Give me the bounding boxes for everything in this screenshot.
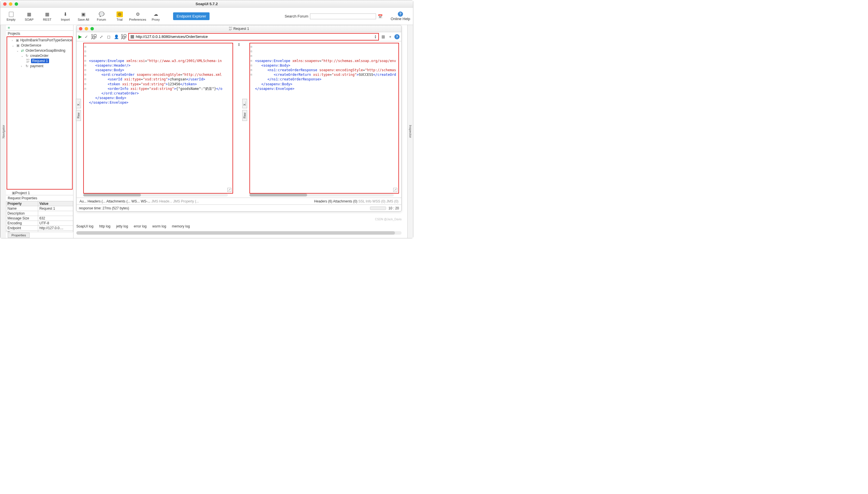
forum-button[interactable]: 💬Forum — [94, 12, 110, 21]
save-all-button[interactable]: ▣Save All — [76, 12, 91, 21]
main-toolbar: Empty ▦SOAP ▦REST ⬇Import ▣Save All 💬For… — [0, 8, 413, 25]
endpoint-stepper-icon[interactable]: ▲▼ — [374, 35, 377, 39]
soap-tool-icon[interactable]: SOAP — [91, 35, 97, 39]
properties-table[interactable]: PropertyValue NameRequest 1DescriptionMe… — [6, 201, 73, 232]
request-window-title: Request 1 — [233, 27, 249, 31]
status-text: response time: 27ms (527 bytes) — [79, 206, 129, 210]
response-tab[interactable]: SSL Info — [358, 199, 371, 203]
proxy-button[interactable]: ☁Proxy — [148, 12, 164, 21]
endpoint-url-box: ▲▼ — [128, 33, 379, 40]
properties-panel: Request Properties PropertyValue NameReq… — [6, 195, 73, 238]
content-hscroll[interactable] — [76, 231, 401, 235]
response-tab[interactable]: Attachments (0) — [333, 199, 357, 203]
request-hscroll[interactable] — [83, 194, 228, 196]
online-help-button[interactable]: ?Online Help — [391, 12, 410, 21]
response-tab[interactable]: JMS (0) — [386, 199, 398, 203]
response-pane: X... Raw ⊟⊟⊟⊟⊟⊟⊟ <soapenv:Envelope xmlns… — [243, 41, 401, 197]
cursor-position: 10 : 20 — [388, 206, 399, 210]
request-tab[interactable]: JMS Heade... — [151, 199, 172, 203]
soap-button[interactable]: ▦SOAP — [21, 12, 37, 21]
soap-badge-icon: SOAP — [229, 26, 232, 31]
tree-op-payment[interactable]: ›↻payment — [7, 63, 72, 69]
tree-op-createorder[interactable]: ⌄↻createOrder — [7, 53, 72, 58]
req-zoom-icon[interactable] — [91, 27, 94, 31]
properties-tab[interactable]: Properties — [8, 233, 29, 238]
tree-project1[interactable]: ▣Project 1 — [6, 191, 73, 195]
user-icon[interactable]: 👤 — [113, 35, 119, 39]
log-tab[interactable]: SoapUI log — [76, 224, 93, 228]
request-help-icon[interactable]: ? — [394, 34, 399, 39]
req-minimize-icon[interactable] — [85, 27, 88, 31]
table-row[interactable]: Message Size632 — [6, 216, 73, 221]
tree-binding[interactable]: ⌄⇄OrderServiceSoapBinding — [7, 48, 72, 53]
request-tab[interactable]: JMS Property (... — [173, 199, 199, 203]
trial-button[interactable]: ⊚Trial — [112, 12, 127, 21]
table-row[interactable]: EncodingUTF-8 — [6, 221, 73, 226]
tree-toggle-icon[interactable]: ≡ — [8, 25, 10, 30]
table-row[interactable]: NameRequest 1 — [6, 206, 73, 211]
endpoint-input[interactable] — [136, 35, 373, 39]
request-tab[interactable]: WS-... — [141, 199, 150, 203]
rest-button[interactable]: ▦REST — [39, 12, 55, 21]
add-icon[interactable]: ＋ — [388, 34, 393, 39]
tree-request1[interactable]: SOAPRequest 1 — [7, 58, 72, 63]
add-assertion-icon[interactable]: ✓ — [83, 35, 89, 39]
window-close-icon[interactable] — [3, 2, 6, 6]
response-zoom-icon[interactable]: ⤢ — [393, 188, 397, 192]
navigator-tab[interactable]: Navigator — [0, 25, 6, 238]
request-tab[interactable]: Au... — [79, 199, 87, 203]
response-hscroll[interactable] — [250, 194, 394, 196]
table-row[interactable]: Endpointhttp://127.0.0.... — [6, 226, 73, 231]
response-raw-tab[interactable]: Raw — [242, 110, 247, 121]
run-button[interactable]: ▶ — [78, 34, 82, 39]
endpoint-explorer-button[interactable]: Endpoint Explorer — [173, 12, 210, 20]
response-xml-tab[interactable]: X... — [242, 99, 247, 108]
search-forum-input[interactable] — [310, 14, 376, 19]
tree-service-order[interactable]: ⌄▣OrderService — [7, 43, 72, 48]
search-forum-label: Search Forum — [285, 14, 308, 18]
status-scroll[interactable] — [370, 207, 386, 210]
request-tab[interactable]: Attachments (... — [106, 199, 130, 203]
request-raw-tab[interactable]: Raw — [76, 110, 81, 121]
request-pane: X... Raw ⊟⊟⊟⊟⊟⊟⊟⊟⊟⊟ <soapenv:Envelope xm… — [77, 41, 235, 197]
soap-tool2-icon[interactable]: SOAP — [121, 35, 126, 39]
filter-icon[interactable]: ▥ — [381, 34, 386, 39]
expand-icon[interactable]: ⤢ — [98, 35, 104, 39]
calendar-icon[interactable]: 📅 — [378, 14, 382, 19]
response-tab[interactable]: Headers (6) — [314, 199, 332, 203]
log-tab[interactable]: jetty log — [116, 224, 128, 228]
log-tab[interactable]: wsrm log — [153, 224, 166, 228]
window-minimize-icon[interactable] — [9, 2, 12, 6]
preferences-button[interactable]: ⚙Preferences — [130, 12, 145, 21]
request-tab[interactable]: WS... — [132, 199, 140, 203]
request-zoom-icon[interactable]: ⤢ — [227, 188, 231, 192]
sidebar: ≡ Projects ›▣HpsfmBankTransPortTypeServi… — [6, 25, 74, 238]
window-zoom-icon[interactable] — [15, 2, 18, 6]
log-tab[interactable]: memory log — [172, 224, 190, 228]
window-icon[interactable]: ◻ — [106, 35, 112, 39]
req-close-icon[interactable] — [79, 27, 82, 31]
response-tab[interactable]: WSS (0) — [372, 199, 385, 203]
tree-service-hpsfm[interactable]: ›▣HpsfmBankTransPortTypeService — [7, 38, 72, 43]
splitter[interactable]: ⇕ — [235, 41, 243, 197]
request-window: SOAPRequest 1 ▶ ✓ SOAP ⤢ ◻ 👤 SOAP ▲▼ — [76, 25, 401, 212]
table-row[interactable]: Description — [6, 211, 73, 216]
inspector-tab[interactable]: Inspector — [407, 25, 413, 238]
log-tab[interactable]: http log — [99, 224, 110, 228]
empty-button[interactable]: Empty — [3, 12, 19, 21]
request-toolbar: ▶ ✓ SOAP ⤢ ◻ 👤 SOAP ▲▼ ▥ ＋ ? — [77, 32, 401, 41]
properties-title: Request Properties — [6, 195, 73, 201]
request-tab[interactable]: Headers (... — [87, 199, 106, 203]
stop-icon[interactable] — [131, 35, 134, 38]
response-xml-viewer[interactable]: ⊟⊟⊟⊟⊟⊟⊟ <soapenv:Envelope xmlns:soapenv=… — [250, 43, 399, 194]
project-tree: ›▣HpsfmBankTransPortTypeService ⌄▣OrderS… — [6, 37, 73, 190]
request-bottom-tabs: Au... Headers (... Attachments (... WS..… — [77, 197, 401, 205]
watermark: CSDN @Jack_Davis — [375, 218, 401, 221]
window-title: SoapUI 5.7.2 — [196, 2, 218, 6]
request-status-bar: response time: 27ms (527 bytes) 10 : 20 — [77, 205, 401, 211]
content-area: SOAPRequest 1 ▶ ✓ SOAP ⤢ ◻ 👤 SOAP ▲▼ — [74, 25, 413, 238]
request-xml-editor[interactable]: ⊟⊟⊟⊟⊟⊟⊟⊟⊟⊟ <soapenv:Envelope xmlns:xsi="… — [83, 43, 233, 194]
import-button[interactable]: ⬇Import — [57, 12, 73, 21]
log-tab[interactable]: error log — [134, 224, 147, 228]
request-xml-tab[interactable]: X... — [76, 99, 81, 108]
